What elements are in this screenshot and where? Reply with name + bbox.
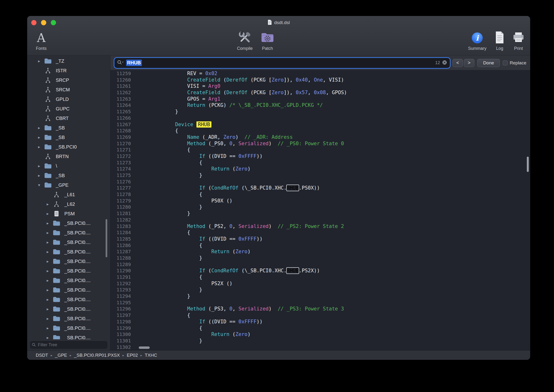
tree-item[interactable]: ▸_SB.PCI0.... (27, 247, 110, 257)
code-line[interactable]: 11261 VISI = Arg0 (110, 83, 530, 89)
code-line[interactable]: 11269 Name (_ADR, Zero) // _ADR: Address (110, 134, 530, 140)
code-line[interactable]: 11294 } (110, 293, 530, 300)
search-field[interactable]: RHUB 12 (115, 58, 450, 68)
tree-item[interactable]: ▸_SB.PCI0.... (27, 314, 110, 323)
code-line[interactable]: 11263 GPOS = Arg1 (110, 96, 530, 102)
sidebar-scrollbar[interactable] (106, 219, 107, 257)
code-line[interactable]: 11282 (110, 217, 530, 223)
tree-item[interactable]: ISTR (27, 66, 110, 75)
tree-item[interactable]: ▸_SB (27, 171, 110, 180)
disclosure-triangle-icon[interactable]: ▸ (44, 268, 51, 273)
tree-item[interactable]: ▸PSM (27, 209, 110, 218)
tree-item[interactable]: ▾_GPE (27, 180, 110, 190)
code-line[interactable]: 11265 } (110, 108, 530, 115)
code-line[interactable]: 11284 { (110, 229, 530, 236)
tree-item[interactable]: ▸_SB.PCI0.... (27, 333, 110, 339)
tree-item[interactable]: SRCP (27, 75, 110, 85)
zoom-window-button[interactable] (51, 20, 56, 25)
next-match-button[interactable]: > (464, 59, 474, 67)
compile-button[interactable]: Compile (232, 29, 258, 51)
disclosure-triangle-icon[interactable]: ▸ (36, 59, 42, 64)
breadcrumb-item[interactable]: EP02 (127, 353, 138, 358)
done-button[interactable]: Done (477, 59, 500, 67)
code-line[interactable]: 11295 (110, 300, 530, 306)
replace-checkbox[interactable] (503, 61, 507, 65)
search-query[interactable]: RHUB (126, 60, 142, 66)
tree-item[interactable]: ▸_SB (27, 123, 110, 133)
code-line[interactable]: 11289 (110, 261, 530, 268)
tree-item[interactable]: _L61 (27, 190, 110, 199)
close-window-button[interactable] (31, 20, 36, 25)
filter-tree-input[interactable] (30, 341, 107, 349)
tree-item[interactable]: ▸_L62 (27, 199, 110, 209)
disclosure-triangle-icon[interactable]: ▸ (44, 202, 51, 207)
log-button[interactable]: Log (490, 29, 509, 51)
code-line[interactable]: 11291 { (110, 274, 530, 280)
tree-item[interactable]: SRCM (27, 85, 110, 94)
tree-item[interactable]: ▸_SB.PCI0.... (27, 304, 110, 314)
code-line[interactable]: 11262 CreateField (DerefOf (PCKG [Zero])… (110, 89, 530, 96)
code-line[interactable]: 11271 { (110, 147, 530, 153)
breadcrumb-item[interactable]: TXHC (145, 353, 157, 358)
code-line[interactable]: 11290 If (CondRefOf (\_SB.PCI0.XHC.RHUB.… (110, 267, 530, 274)
code-line[interactable]: 11286 { (110, 242, 530, 249)
code-line[interactable]: 11275 } (110, 172, 530, 179)
code-line[interactable]: 11292 PS2X () (110, 280, 530, 287)
code-line[interactable]: 11301 } (110, 338, 530, 344)
disclosure-triangle-icon[interactable]: ▸ (36, 126, 42, 130)
disclosure-triangle-icon[interactable]: ▸ (44, 278, 51, 283)
code-line[interactable]: 11296 Method (_PS3, 0, Serialized) // _P… (110, 306, 530, 312)
disclosure-triangle-icon[interactable]: ▸ (44, 297, 51, 302)
titlebar[interactable]: dsdt.dsl (27, 16, 530, 29)
tree-item[interactable]: ▸_TZ (27, 56, 110, 66)
breadcrumb-item[interactable]: DSDT (36, 353, 48, 358)
disclosure-triangle-icon[interactable]: ▸ (36, 145, 42, 149)
editor-vertical-scrollbar[interactable] (527, 157, 529, 172)
disclosure-triangle-icon[interactable]: ▸ (36, 164, 42, 168)
tree-item[interactable]: ▸_SB.PCI0.... (27, 228, 110, 238)
tree-item[interactable]: CBRT (27, 113, 110, 123)
tree-item[interactable]: ▸_SB.PCI0.... (27, 266, 110, 276)
patch-button[interactable]: Patch (256, 29, 279, 51)
tree-item[interactable]: ▸_SB.PCI0.... (27, 276, 110, 285)
code-line[interactable]: 11268 { (110, 127, 530, 134)
minimize-window-button[interactable] (41, 20, 46, 25)
code-line[interactable]: 11270 Method (_PS0, 0, Serialized) // _P… (110, 140, 530, 147)
code-line[interactable]: 11297 { (110, 312, 530, 319)
disclosure-triangle-icon[interactable]: ▾ (36, 183, 42, 188)
disclosure-triangle-icon[interactable]: ▸ (44, 221, 51, 226)
disclosure-triangle-icon[interactable]: ▸ (44, 230, 51, 235)
code-line[interactable]: 11280 } (110, 204, 530, 210)
disclosure-triangle-icon[interactable]: ▸ (44, 316, 51, 321)
tree-item[interactable]: BRTN (27, 152, 110, 161)
disclosure-triangle-icon[interactable]: ▸ (44, 249, 51, 254)
breadcrumb-item[interactable]: _SB.PCI0.RP01.PXSX (74, 353, 120, 358)
editor-horizontal-scrollbar[interactable] (139, 346, 150, 349)
code-line[interactable]: 11302 (110, 344, 530, 350)
disclosure-triangle-icon[interactable]: ▸ (44, 259, 51, 264)
previous-match-button[interactable]: < (452, 59, 463, 67)
disclosure-triangle-icon[interactable]: ▸ (36, 173, 42, 178)
code-line[interactable]: 11293 } (110, 287, 530, 293)
code-line[interactable]: 11281 } (110, 210, 530, 217)
tree-item[interactable]: ▸_SB.PCI0.... (27, 238, 110, 247)
code-line[interactable]: 11285 If ((DVID == 0xFFFF)) (110, 236, 530, 242)
print-button[interactable]: Print (508, 29, 529, 51)
code-line[interactable]: 11266 (110, 115, 530, 121)
tree-item[interactable]: ▸_SB.PCI0 (27, 142, 110, 152)
tree-item[interactable]: ▸_SB.PCI0.... (27, 218, 110, 228)
code-line[interactable]: 11259 REV = 0x02 (110, 70, 530, 77)
tree-item[interactable]: ▸_SB.PCI0.... (27, 285, 110, 295)
search-icon[interactable] (117, 60, 124, 66)
tree-item[interactable]: ▸\ (27, 161, 110, 171)
code-line[interactable]: 11267 Device RHUB (110, 121, 530, 128)
code-line[interactable]: 11279 PS0X () (110, 198, 530, 204)
code-line[interactable]: 11278 { (110, 191, 530, 198)
code-line[interactable]: 11276 (110, 179, 530, 185)
code-line[interactable]: 11277 If (CondRefOf (\_SB.PCI0.XHC.RHUB.… (110, 185, 530, 191)
code-line[interactable]: 11299 { (110, 325, 530, 331)
code-line[interactable]: 11283 Method (_PS2, 0, Serialized) // _P… (110, 223, 530, 230)
disclosure-triangle-icon[interactable]: ▸ (44, 287, 51, 293)
disclosure-triangle-icon[interactable]: ▸ (36, 135, 42, 140)
disclosure-triangle-icon[interactable]: ▸ (44, 335, 51, 340)
